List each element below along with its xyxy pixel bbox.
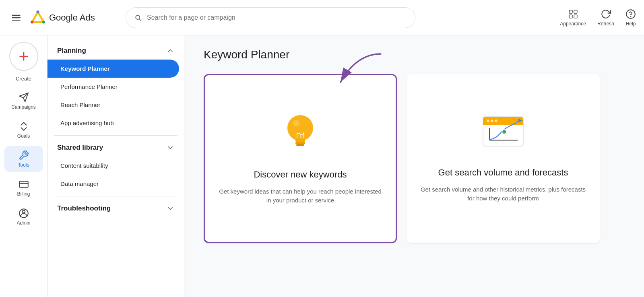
sub-nav-item-performance-planner[interactable]: Performance Planner bbox=[47, 78, 179, 96]
keyword-planner-label: Keyword Planner bbox=[60, 65, 110, 72]
sidebar-item-billing-label: Billing bbox=[17, 191, 30, 197]
refresh-button[interactable]: Refresh bbox=[597, 9, 614, 27]
create-label: Create bbox=[16, 76, 31, 82]
svg-rect-8 bbox=[574, 10, 577, 13]
troubleshooting-section-label: Troubleshooting bbox=[57, 204, 111, 212]
main-layout: Create Campaigns Goals Tools bbox=[0, 35, 644, 297]
svg-point-5 bbox=[42, 21, 45, 23]
sidebar-item-campaigns[interactable]: Campaigns bbox=[4, 88, 43, 114]
svg-rect-15 bbox=[19, 181, 28, 187]
svg-rect-9 bbox=[569, 15, 572, 18]
help-label: Help bbox=[626, 21, 636, 27]
tools-icon bbox=[19, 150, 29, 161]
shared-library-section-label: Shared library bbox=[57, 144, 103, 152]
shared-library-section-header[interactable]: Shared library bbox=[47, 139, 184, 157]
search-volume-desc: Get search volume and other historical m… bbox=[419, 185, 587, 203]
svg-point-11 bbox=[626, 10, 635, 19]
data-manager-label: Data manager bbox=[60, 180, 99, 187]
planning-section-header[interactable]: Planning bbox=[47, 42, 184, 60]
sub-nav-item-content-suitability[interactable]: Content suitability bbox=[47, 157, 179, 175]
search-volume-card[interactable]: Get search volume and forecasts Get sear… bbox=[407, 74, 600, 243]
svg-point-37 bbox=[502, 130, 506, 134]
search-volume-title: Get search volume and forecasts bbox=[438, 167, 568, 179]
sub-nav-item-reach-planner[interactable]: Reach Planner bbox=[47, 96, 179, 114]
planning-section-label: Planning bbox=[57, 47, 86, 55]
chart-icon bbox=[479, 114, 527, 156]
sidebar-item-campaigns-label: Campaigns bbox=[11, 104, 36, 110]
sidebar: Create Campaigns Goals Tools bbox=[0, 35, 47, 297]
sub-nav: Planning Keyword Planner Performance Pla… bbox=[47, 35, 184, 297]
divider-2 bbox=[54, 196, 178, 196]
svg-rect-23 bbox=[295, 142, 305, 144]
sidebar-item-admin[interactable]: Admin bbox=[4, 204, 43, 230]
nav-actions: Appearance Refresh Help bbox=[560, 9, 636, 27]
sub-nav-item-app-advertising-hub[interactable]: App advertising hub bbox=[47, 114, 179, 132]
svg-rect-22 bbox=[295, 139, 305, 142]
sidebar-item-admin-label: Admin bbox=[17, 220, 30, 226]
svg-point-6 bbox=[31, 21, 33, 23]
svg-point-21 bbox=[293, 120, 299, 126]
top-nav: Google Ads Appearance Refresh Help bbox=[0, 0, 644, 35]
app-advertising-hub-label: App advertising hub bbox=[60, 120, 114, 126]
performance-planner-label: Performance Planner bbox=[60, 83, 118, 90]
search-bar[interactable] bbox=[126, 7, 415, 28]
content-area: Keyword Planner bbox=[184, 35, 644, 297]
discover-keywords-card[interactable]: Discover new keywords Get keyword ideas … bbox=[204, 74, 397, 243]
campaigns-icon bbox=[19, 92, 29, 103]
sidebar-item-tools-label: Tools bbox=[18, 162, 29, 168]
troubleshooting-expand-icon bbox=[166, 204, 174, 212]
help-button[interactable]: Help bbox=[625, 9, 636, 27]
search-input[interactable] bbox=[147, 14, 407, 21]
svg-point-12 bbox=[630, 16, 631, 16]
svg-rect-2 bbox=[12, 20, 21, 21]
billing-icon bbox=[19, 179, 29, 190]
planning-collapse-icon bbox=[166, 47, 174, 55]
sub-nav-item-data-manager[interactable]: Data manager bbox=[47, 175, 179, 193]
svg-rect-24 bbox=[296, 144, 304, 146]
app-name: Google Ads bbox=[49, 12, 95, 23]
divider-1 bbox=[54, 135, 178, 136]
cards-row: Discover new keywords Get keyword ideas … bbox=[204, 74, 625, 243]
reach-planner-label: Reach Planner bbox=[60, 101, 100, 108]
svg-rect-7 bbox=[569, 10, 572, 13]
svg-rect-0 bbox=[12, 14, 21, 15]
search-icon bbox=[134, 14, 142, 22]
svg-point-32 bbox=[491, 120, 493, 122]
create-button[interactable] bbox=[9, 42, 38, 71]
svg-point-33 bbox=[495, 120, 497, 122]
page-title: Keyword Planner bbox=[204, 48, 625, 61]
svg-rect-1 bbox=[12, 17, 21, 18]
appearance-button[interactable]: Appearance bbox=[560, 9, 586, 27]
sidebar-item-goals[interactable]: Goals bbox=[4, 117, 43, 143]
svg-point-4 bbox=[36, 10, 39, 13]
svg-rect-10 bbox=[574, 15, 577, 18]
svg-point-31 bbox=[487, 120, 489, 122]
admin-icon bbox=[19, 208, 29, 219]
sidebar-item-tools[interactable]: Tools bbox=[4, 146, 43, 172]
google-ads-logo-icon bbox=[31, 10, 45, 25]
discover-keywords-desc: Get keyword ideas that can help you reac… bbox=[218, 187, 383, 205]
lightbulb-icon bbox=[280, 112, 320, 158]
shared-library-expand-icon bbox=[166, 144, 174, 152]
goals-icon bbox=[19, 121, 29, 132]
hamburger-button[interactable] bbox=[8, 10, 24, 26]
logo-area: Google Ads bbox=[31, 10, 119, 25]
sub-nav-item-keyword-planner[interactable]: Keyword Planner bbox=[47, 60, 179, 78]
troubleshooting-section-header[interactable]: Troubleshooting bbox=[47, 200, 184, 217]
svg-marker-3 bbox=[32, 12, 44, 22]
content-suitability-label: Content suitability bbox=[60, 162, 108, 169]
sidebar-item-goals-label: Goals bbox=[17, 133, 30, 139]
refresh-label: Refresh bbox=[597, 21, 614, 27]
sidebar-item-billing[interactable]: Billing bbox=[4, 175, 43, 201]
svg-point-17 bbox=[22, 210, 25, 213]
discover-keywords-title: Discover new keywords bbox=[254, 169, 347, 181]
appearance-label: Appearance bbox=[560, 21, 586, 27]
